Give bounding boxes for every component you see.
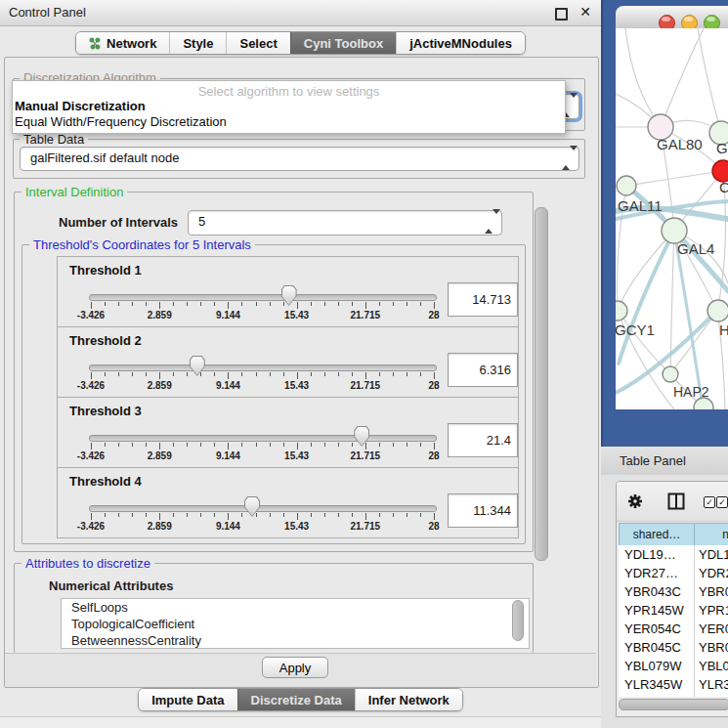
threshold-value-field[interactable]: 6.316 — [448, 353, 518, 387]
slider-tick — [228, 302, 229, 309]
slider-tick — [379, 302, 380, 306]
threshold-slider-track[interactable] — [89, 505, 437, 512]
table-column-header-na[interactable]: na — [694, 523, 728, 546]
tab-impute-data[interactable]: Impute Data — [139, 689, 236, 710]
tab-jactivemnodules[interactable]: jActiveMNodules — [396, 32, 525, 54]
slider-tick — [256, 372, 257, 376]
slider-tick — [105, 443, 106, 447]
threshold-slider-thumb[interactable] — [244, 496, 260, 517]
slider-tick — [146, 443, 147, 447]
table-row[interactable]: YLR345WYLR3 — [619, 675, 728, 694]
list-item-topologicalcoefficient[interactable]: TopologicalCoefficient — [62, 616, 529, 632]
threshold-slider-track[interactable] — [89, 294, 437, 301]
network-node-hap2[interactable] — [663, 366, 678, 382]
slider-tick — [324, 443, 325, 447]
slider-tick — [338, 302, 339, 306]
list-item-selfloops[interactable]: SelfLoops — [62, 599, 529, 616]
slider-tick — [159, 302, 160, 309]
tab-select[interactable]: Select — [226, 32, 289, 54]
table-row[interactable]: YPR145WYPR1 — [619, 601, 728, 620]
slider-tick — [146, 372, 147, 376]
network-node-gcy1[interactable] — [616, 301, 627, 321]
threshold-slider-thumb[interactable] — [354, 426, 369, 447]
list-item-betweennesscentrality[interactable]: BetweennessCentrality — [62, 632, 529, 649]
slider-tick — [146, 302, 147, 306]
threshold-slider-thumb[interactable] — [190, 356, 205, 376]
slider-tick — [132, 302, 133, 306]
dropdown-item-equal-width-frequency-discretization[interactable]: Equal Width/Frequency Discretization — [13, 114, 565, 130]
number-of-intervals-spinner[interactable]: 5 — [188, 210, 502, 236]
slider-tick-label: 28 — [428, 310, 439, 321]
table-row[interactable]: YDL19…YDL1 — [619, 545, 728, 564]
table-row[interactable]: YER054CYER0 — [619, 620, 728, 638]
columns-icon[interactable] — [667, 492, 685, 510]
slider-tick — [105, 372, 106, 376]
combo-stepper-icon[interactable] — [562, 150, 571, 165]
slider-tick — [352, 372, 353, 376]
tab-discretize-data[interactable]: Discretize Data — [237, 689, 355, 710]
slider-tick — [379, 513, 380, 517]
apply-button[interactable]: Apply — [262, 657, 328, 678]
slider-tick — [91, 443, 92, 450]
slider-tick — [132, 443, 133, 447]
tab-infer-network[interactable]: Infer Network — [355, 689, 462, 710]
table-row[interactable]: YIL052CYIL0 — [619, 694, 728, 697]
gear-icon[interactable] — [627, 493, 643, 509]
column-separator — [694, 657, 695, 675]
node-label: GAL11 — [618, 197, 663, 214]
checkbox-icon[interactable]: ✓ — [716, 496, 728, 508]
attributes-list-scrollbar[interactable] — [512, 600, 524, 641]
tab-cyni-toolbox[interactable]: Cyni Toolbox — [290, 32, 396, 54]
dropdown-hint-item[interactable]: Select algorithm to view settings — [13, 84, 565, 99]
table-horizontal-scrollbar[interactable] — [619, 699, 728, 710]
network-node-h[interactable] — [707, 300, 728, 321]
slider-tick-label: -3.426 — [77, 380, 105, 391]
table-cell: YBR045C — [624, 640, 681, 655]
threshold-slider-track[interactable] — [89, 435, 437, 442]
numerical-attributes-list[interactable]: SelfLoopsTopologicalCoefficientBetweenne… — [61, 598, 530, 649]
close-icon[interactable]: ✕ — [579, 4, 591, 20]
slider-tick-label: 28 — [428, 380, 439, 391]
spinner-stepper-icon[interactable] — [485, 214, 493, 229]
threshold-value-field[interactable]: 11.344 — [448, 493, 518, 528]
table-row[interactable]: YBL079WYBL0 — [619, 657, 728, 675]
threshold-slider-track[interactable] — [89, 364, 437, 371]
tab-network[interactable]: Network — [76, 32, 169, 54]
slider-tick — [407, 513, 407, 517]
slider-tick — [420, 443, 421, 447]
table-row[interactable]: YBR045CYBR0 — [619, 638, 728, 657]
slider-tick — [132, 372, 133, 376]
panel-vertical-scrollbar[interactable] — [535, 207, 548, 561]
table-row[interactable]: YBR043CYBR0 — [619, 582, 728, 601]
slider-tick — [434, 372, 435, 379]
slider-tick-label: 15.43 — [284, 450, 309, 461]
table-column-header-shared[interactable]: shared… — [619, 523, 695, 546]
slider-tick — [214, 513, 215, 517]
node-label: GAL80 — [657, 136, 703, 152]
float-window-icon[interactable] — [555, 8, 568, 21]
slider-tick — [311, 372, 312, 376]
table-cell: YBR043C — [624, 584, 681, 599]
network-view-canvas[interactable]: GAL80GACGAL11GAL4GCY1HHAP2 — [616, 28, 728, 409]
table-header-row: shared…na — [619, 523, 728, 544]
dropdown-item-manual-discretization[interactable]: Manual Discretization — [13, 99, 565, 114]
table-data-combobox[interactable]: galFiltered.sif default node — [20, 147, 579, 171]
node-label: GA — [716, 140, 728, 156]
slider-tick — [365, 372, 366, 379]
table-cell: YER0 — [699, 621, 728, 636]
interval-definition-title: Interval Definition — [21, 185, 127, 199]
slider-tick-label: 28 — [428, 450, 439, 461]
slider-tick-label: 21.715 — [351, 380, 381, 391]
slider-tick — [379, 372, 380, 376]
column-separator — [694, 545, 695, 564]
table-row[interactable]: YDR27…YDR2 — [619, 564, 728, 582]
slider-tick — [393, 513, 394, 517]
threshold-value-field[interactable]: 14.713 — [448, 282, 518, 317]
slider-tick — [256, 443, 257, 447]
slider-tick — [352, 302, 353, 306]
checkbox-icon[interactable]: ✓ — [704, 496, 715, 508]
threshold-value-field[interactable]: 21.4 — [448, 423, 518, 457]
slider-tick-label: 9.144 — [216, 380, 240, 391]
network-node-gal11[interactable] — [617, 176, 636, 195]
tab-style[interactable]: Style — [169, 32, 226, 54]
